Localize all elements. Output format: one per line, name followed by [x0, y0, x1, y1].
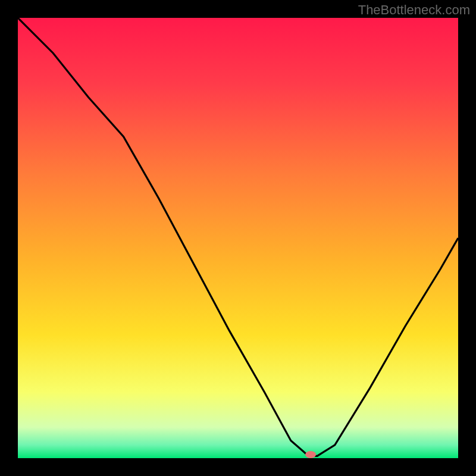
minimum-marker: [305, 451, 316, 458]
chart-container: [18, 18, 458, 458]
bottleneck-chart: [18, 18, 458, 458]
watermark-text: TheBottleneck.com: [358, 2, 470, 18]
chart-background: [18, 18, 458, 458]
